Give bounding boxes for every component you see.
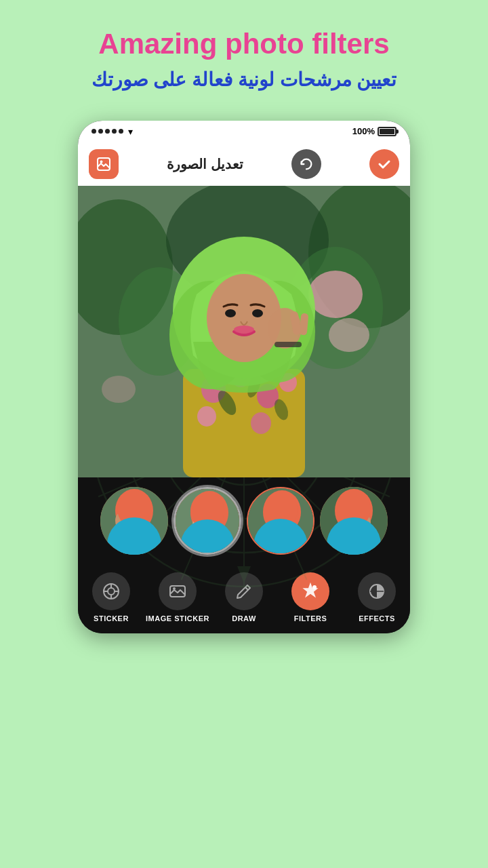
svg-rect-76: [337, 528, 371, 555]
filter-thumb-1[interactable]: [100, 487, 168, 555]
top-section: Amazing photo filters تعيين مرشحات لونية…: [0, 0, 488, 107]
sticker-icon-circle: [92, 572, 130, 610]
svg-point-60: [197, 497, 222, 524]
image-icon: [96, 156, 112, 172]
effects-icon: [368, 583, 386, 600]
filters-icon-circle: [291, 572, 329, 610]
checkmark-icon: [377, 157, 392, 172]
app-header: تعديل الصورة: [78, 142, 410, 186]
person-thumbnail-4: [320, 487, 388, 555]
confirm-button[interactable]: [369, 149, 399, 179]
tool-draw[interactable]: DRAW: [211, 572, 277, 623]
sticker-label: STICKER: [94, 614, 129, 623]
svg-point-73: [342, 495, 366, 522]
photo-area: [78, 186, 410, 477]
dot1: [92, 129, 96, 134]
svg-point-75: [355, 504, 363, 511]
svg-point-66: [263, 490, 301, 534]
battery-fill: [380, 129, 394, 134]
svg-point-37: [251, 412, 271, 434]
svg-point-36: [197, 406, 216, 427]
svg-rect-63: [192, 530, 226, 553]
filter-preview-4: [320, 487, 388, 555]
person-thumbnail-3: [248, 488, 313, 553]
svg-point-74: [344, 504, 352, 511]
bottom-toolbar: STICKER IMAGE STICKER DRAW: [78, 564, 410, 633]
battery-area: 100%: [352, 126, 396, 136]
svg-point-87: [312, 585, 317, 589]
person-thumbnail-1: [100, 487, 168, 555]
svg-point-79: [108, 588, 115, 595]
svg-point-77: [361, 515, 371, 529]
svg-point-64: [192, 517, 202, 531]
svg-line-86: [245, 587, 248, 590]
svg-rect-53: [100, 487, 168, 555]
filter-preview-3: [248, 488, 313, 553]
svg-rect-65: [248, 488, 313, 553]
signal-dots: ▾: [92, 126, 133, 137]
svg-point-29: [308, 271, 363, 318]
wifi-icon: ▾: [128, 126, 133, 137]
svg-rect-70: [265, 529, 299, 553]
battery-percentage: 100%: [352, 126, 375, 136]
svg-point-85: [173, 587, 176, 590]
svg-point-57: [115, 513, 126, 529]
svg-rect-56: [117, 528, 151, 555]
svg-point-47: [252, 309, 263, 317]
svg-point-62: [211, 506, 219, 513]
svg-point-54: [115, 489, 153, 532]
filter-thumb-2[interactable]: [174, 487, 241, 555]
status-bar: ▾ 100%: [78, 121, 410, 142]
title-english: Amazing photo filters: [14, 27, 474, 61]
svg-point-59: [190, 491, 228, 534]
svg-point-48: [234, 326, 254, 334]
svg-point-69: [283, 505, 291, 512]
svg-point-67: [270, 496, 294, 524]
filter-preview-1: [100, 487, 168, 555]
filters-icon: [302, 583, 319, 600]
dot3: [105, 129, 110, 134]
svg-point-68: [272, 505, 281, 512]
refresh-icon: [299, 157, 314, 172]
svg-point-30: [329, 318, 369, 352]
filter-thumb-3[interactable]: [247, 487, 314, 555]
filters-label: FILTERS: [294, 614, 327, 623]
dot2: [98, 129, 103, 134]
dot4: [112, 129, 117, 134]
app-bar-title: تعديل الصورة: [167, 156, 243, 172]
filter-thumb-4[interactable]: [320, 487, 388, 555]
filter-strip: [78, 477, 410, 564]
svg-point-61: [200, 506, 208, 513]
battery-bar: [378, 127, 396, 136]
tool-filters[interactable]: FILTERS: [277, 572, 344, 623]
effects-label: EFFECTS: [359, 614, 395, 623]
svg-point-55: [122, 495, 146, 522]
gallery-button[interactable]: [89, 149, 119, 179]
photo-background: [78, 186, 410, 477]
svg-rect-71: [320, 487, 388, 555]
dot5: [119, 129, 123, 134]
svg-point-46: [225, 309, 236, 317]
draw-icon-circle: [225, 572, 263, 610]
draw-label: DRAW: [232, 614, 256, 623]
image-sticker-icon-circle: [159, 572, 197, 610]
svg-point-31: [102, 376, 136, 403]
svg-point-72: [335, 489, 373, 532]
title-arabic: تعيين مرشحات لونية فعالة على صورتك: [14, 66, 474, 93]
svg-point-22: [100, 160, 103, 163]
tool-image-sticker[interactable]: IMAGE STICKER: [144, 572, 211, 623]
sticker-icon: [102, 583, 120, 600]
tool-sticker[interactable]: STICKER: [78, 572, 144, 623]
person-thumbnail-2: [176, 489, 239, 553]
svg-rect-58: [176, 489, 239, 553]
image-sticker-label: IMAGE STICKER: [146, 614, 209, 623]
refresh-button[interactable]: [291, 149, 321, 179]
filter-preview-2: [176, 489, 239, 553]
effects-icon-circle: [358, 572, 396, 610]
tool-effects[interactable]: EFFECTS: [344, 572, 410, 623]
image-sticker-icon: [169, 583, 186, 600]
draw-icon: [235, 583, 253, 600]
svg-rect-52: [274, 342, 302, 347]
phone-mockup: ▾ 100% تعديل الصورة: [78, 121, 410, 633]
